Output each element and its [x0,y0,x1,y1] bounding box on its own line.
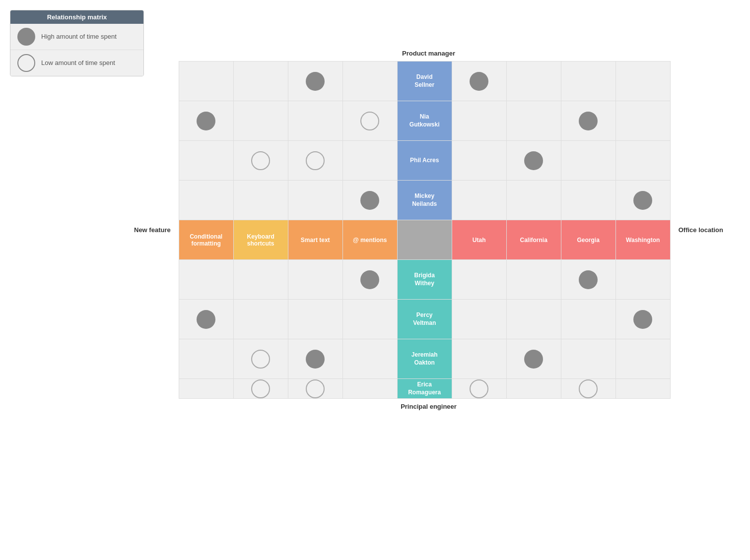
cell-r0-c5 [452,62,507,101]
cell-r7-c8 [616,339,671,379]
circle-filled [360,270,379,289]
cell-r5-c0 [179,260,234,300]
legend-item-high: High amount of time spent [10,24,143,50]
cell-r2-c8 [616,141,671,181]
cell-r3-c5 [452,181,507,220]
legend-low-label: Low amount of time spent [41,59,115,67]
cell-r1-c6 [507,101,561,141]
page: Relationship matrix High amount of time … [0,0,750,560]
circle-empty [306,151,325,170]
circle-empty [470,379,488,398]
circle-empty [579,379,598,398]
cell-r7-c5 [452,339,507,379]
cell-r1-c0 [179,101,234,141]
cell-nia-gutkowski: NiaGutkowski [398,101,452,141]
cell-r3-c6 [507,181,561,220]
cell-r6-c2 [288,300,343,339]
matrix-grid: DavidSellner NiaGutkowski [179,61,671,399]
cell-david-sellner: DavidSellner [398,62,452,101]
cell-r2-c3 [343,141,398,181]
circle-empty [251,151,270,170]
top-section-label: Product manager [134,50,723,57]
empty-circle-icon [17,54,35,72]
cell-r5-c6 [507,260,561,300]
cell-r8-c6 [507,379,561,399]
cell-r5-c8 [616,260,671,300]
header-utah: Utah [452,220,507,260]
circle-filled [579,270,598,289]
cell-r3-c8 [616,181,671,220]
cell-r6-c0 [179,300,234,339]
matrix-outer: New feature DavidSellner NiaGutkowski [134,61,723,399]
cell-r8-c1 [234,379,288,399]
filled-circle-icon [17,28,35,46]
circle-filled [524,151,543,170]
cell-r1-c3 [343,101,398,141]
cell-r2-c1 [234,141,288,181]
cell-r8-c7 [561,379,616,399]
legend-high-label: High amount of time spent [41,33,117,41]
cell-r0-c8 [616,62,671,101]
cell-r3-c7 [561,181,616,220]
circle-filled [197,112,215,130]
cell-r1-c7 [561,101,616,141]
header-conditional-formatting: Conditional formatting [179,220,234,260]
cell-r7-c6 [507,339,561,379]
cell-r3-c3 [343,181,398,220]
cell-percy-veltman: PercyVeltman [398,300,452,339]
circle-filled [306,350,325,369]
cell-r2-c0 [179,141,234,181]
cell-r8-c0 [179,379,234,399]
cell-r3-c2 [288,181,343,220]
cell-r7-c2 [288,339,343,379]
circle-filled [633,191,652,210]
left-label: New feature [134,226,171,234]
circle-filled [360,191,379,210]
header-keyboard-shortcuts: Keyboard shortcuts [234,220,288,260]
circle-filled [470,72,488,91]
cell-r1-c1 [234,101,288,141]
cell-jeremiah-oakton: JeremiahOakton [398,339,452,379]
circle-filled [579,112,598,130]
cell-r3-c1 [234,181,288,220]
cell-r8-c3 [343,379,398,399]
cell-r3-c0 [179,181,234,220]
matrix-wrapper: Product manager New feature DavidSellner [134,50,723,410]
circle-filled [524,350,543,369]
cell-r6-c1 [234,300,288,339]
header-georgia: Georgia [561,220,616,260]
cell-r0-c0 [179,62,234,101]
cell-r5-c7 [561,260,616,300]
cell-r8-c2 [288,379,343,399]
bottom-section-label: Principal engineer [134,403,723,410]
cell-phil-acres: Phil Acres [398,141,452,181]
circle-empty [360,112,379,130]
circle-filled [197,310,215,329]
cell-r2-c6 [507,141,561,181]
cell-r2-c5 [452,141,507,181]
cell-r8-c5 [452,379,507,399]
cell-r7-c7 [561,339,616,379]
legend-item-low: Low amount of time spent [10,50,143,76]
cell-r5-c3 [343,260,398,300]
cell-r7-c0 [179,339,234,379]
cell-r0-c7 [561,62,616,101]
circle-filled [633,310,652,329]
circle-empty [251,379,270,398]
cell-r2-c2 [288,141,343,181]
legend-title: Relationship matrix [10,10,143,24]
cell-r2-c7 [561,141,616,181]
cell-r0-c6 [507,62,561,101]
cell-r1-c5 [452,101,507,141]
header-washington: Washington [616,220,671,260]
right-label: Office location [679,226,723,234]
cell-r6-c8 [616,300,671,339]
cell-r1-c2 [288,101,343,141]
circle-empty [306,379,325,398]
cell-r7-c1 [234,339,288,379]
cell-mickey-neilands: MickeyNeilands [398,181,452,220]
cell-brigida-withey: BrigidaWithey [398,260,452,300]
cell-r6-c3 [343,300,398,339]
cell-r6-c6 [507,300,561,339]
cell-r1-c8 [616,101,671,141]
